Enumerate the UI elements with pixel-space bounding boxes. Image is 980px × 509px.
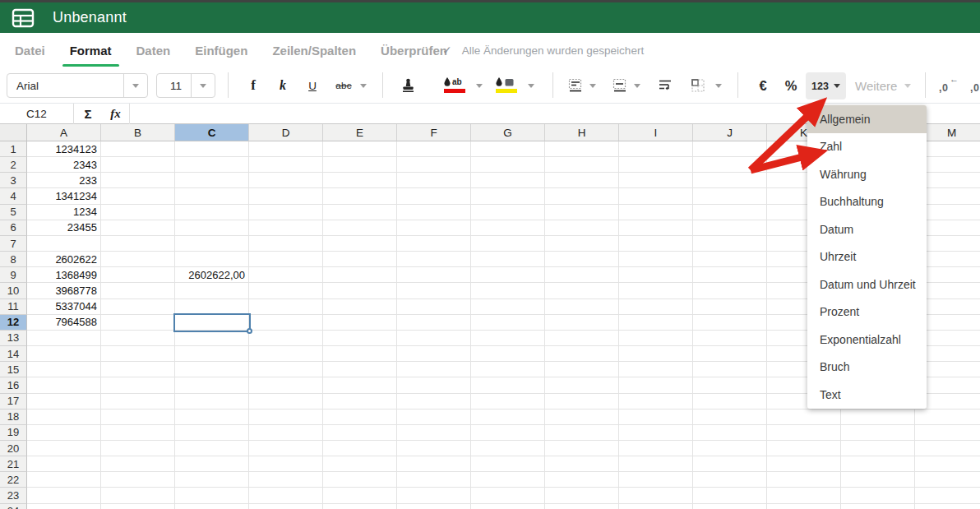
- cell-I21[interactable]: [619, 456, 693, 472]
- column-header-J[interactable]: J: [693, 124, 767, 141]
- cell-F20[interactable]: [397, 441, 471, 456]
- row-header-23[interactable]: 23: [0, 488, 27, 503]
- cell-F15[interactable]: [397, 362, 471, 377]
- cell-B17[interactable]: [101, 394, 175, 410]
- cell-D15[interactable]: [249, 362, 323, 377]
- cell-J11[interactable]: [693, 299, 767, 315]
- currency-format-button[interactable]: €: [752, 73, 774, 98]
- cell-A2[interactable]: 2343: [27, 157, 101, 173]
- cell-H14[interactable]: [545, 346, 619, 362]
- cell-G20[interactable]: [471, 441, 545, 456]
- cell-L18[interactable]: [841, 410, 915, 425]
- sum-button[interactable]: Σ: [76, 104, 100, 124]
- cell-F5[interactable]: [397, 205, 471, 220]
- cell-G9[interactable]: [471, 267, 545, 283]
- cell-G24[interactable]: [471, 504, 545, 509]
- cell-D6[interactable]: [249, 220, 323, 236]
- cell-E10[interactable]: [323, 283, 397, 298]
- row-header-18[interactable]: 18: [0, 410, 27, 425]
- cell-G5[interactable]: [471, 205, 545, 220]
- cell-A14[interactable]: [27, 346, 101, 362]
- chevron-down-icon[interactable]: [191, 74, 215, 97]
- cell-E19[interactable]: [323, 425, 397, 441]
- cell-H1[interactable]: [545, 141, 619, 157]
- cell-I20[interactable]: [619, 441, 693, 456]
- cell-H10[interactable]: [545, 283, 619, 298]
- row-header-11[interactable]: 11: [0, 299, 27, 315]
- cell-C22[interactable]: [175, 472, 249, 488]
- cell-C9[interactable]: 2602622,00: [175, 267, 249, 283]
- row-header-8[interactable]: 8: [0, 252, 27, 267]
- spreadsheet-grid-icon[interactable]: [12, 8, 35, 28]
- cell-A12[interactable]: 7964588: [27, 315, 101, 331]
- cell-D17[interactable]: [249, 394, 323, 410]
- cell-G21[interactable]: [471, 456, 545, 472]
- cell-I11[interactable]: [619, 299, 693, 315]
- cell-B14[interactable]: [101, 346, 175, 362]
- cell-E3[interactable]: [323, 173, 397, 188]
- format-option-datum-und-uhrzeit[interactable]: Datum und Uhrzeit: [807, 271, 927, 298]
- cell-B9[interactable]: [101, 267, 175, 283]
- cell-H4[interactable]: [545, 188, 619, 204]
- format-option-w-hrung[interactable]: Währung: [807, 160, 927, 188]
- row-header-2[interactable]: 2: [0, 157, 27, 173]
- cell-I4[interactable]: [619, 188, 693, 204]
- cell-J18[interactable]: [693, 410, 767, 425]
- column-header-I[interactable]: I: [619, 124, 693, 141]
- cell-B8[interactable]: [101, 252, 175, 267]
- cell-J19[interactable]: [693, 425, 767, 441]
- cell-C11[interactable]: [175, 299, 249, 315]
- cell-B18[interactable]: [101, 410, 175, 425]
- cell-A7[interactable]: [27, 236, 101, 252]
- row-header-3[interactable]: 3: [0, 173, 27, 188]
- cell-M21[interactable]: [915, 456, 980, 472]
- cell-D22[interactable]: [249, 472, 323, 488]
- cell-G4[interactable]: [471, 188, 545, 204]
- cell-F16[interactable]: [397, 377, 471, 393]
- cell-C19[interactable]: [175, 425, 249, 441]
- cell-H15[interactable]: [545, 362, 619, 377]
- cell-B13[interactable]: [101, 331, 175, 346]
- cell-I15[interactable]: [619, 362, 693, 377]
- cell-L23[interactable]: [841, 488, 915, 503]
- cell-G19[interactable]: [471, 425, 545, 441]
- cell-C8[interactable]: [175, 252, 249, 267]
- strikethrough-button[interactable]: abc: [331, 73, 357, 98]
- format-option-prozent[interactable]: Prozent: [807, 298, 927, 326]
- cell-L19[interactable]: [841, 425, 915, 441]
- vertical-align-chevron-icon[interactable]: [634, 84, 640, 88]
- borders-button[interactable]: [687, 73, 709, 98]
- row-header-4[interactable]: 4: [0, 188, 27, 204]
- cell-D19[interactable]: [249, 425, 323, 441]
- copy-style-button[interactable]: [397, 73, 418, 98]
- cell-D3[interactable]: [249, 173, 323, 188]
- cell-J24[interactable]: [693, 504, 767, 509]
- cell-J7[interactable]: [693, 236, 767, 252]
- cell-J6[interactable]: [693, 220, 767, 236]
- cell-E5[interactable]: [323, 205, 397, 220]
- cell-M19[interactable]: [915, 425, 980, 441]
- column-header-D[interactable]: D: [249, 124, 323, 141]
- cell-A21[interactable]: [27, 456, 101, 472]
- cell-F22[interactable]: [397, 472, 471, 488]
- function-button[interactable]: fx: [102, 104, 130, 124]
- cell-I1[interactable]: [619, 141, 693, 157]
- cell-B15[interactable]: [101, 362, 175, 377]
- cell-F1[interactable]: [397, 141, 471, 157]
- cell-C14[interactable]: [175, 346, 249, 362]
- cell-K19[interactable]: [767, 425, 841, 441]
- cell-F4[interactable]: [397, 188, 471, 204]
- cell-E11[interactable]: [323, 299, 397, 315]
- cell-J5[interactable]: [693, 205, 767, 220]
- format-option-bruch[interactable]: Bruch: [807, 354, 927, 382]
- cell-I6[interactable]: [619, 220, 693, 236]
- selection-fill-handle[interactable]: [247, 328, 252, 334]
- cell-E9[interactable]: [323, 267, 397, 283]
- cell-J14[interactable]: [693, 346, 767, 362]
- cell-K22[interactable]: [767, 472, 841, 488]
- cell-M20[interactable]: [915, 441, 980, 456]
- cell-I14[interactable]: [619, 346, 693, 362]
- cell-E8[interactable]: [323, 252, 397, 267]
- cell-D4[interactable]: [249, 188, 323, 204]
- cell-D11[interactable]: [249, 299, 323, 315]
